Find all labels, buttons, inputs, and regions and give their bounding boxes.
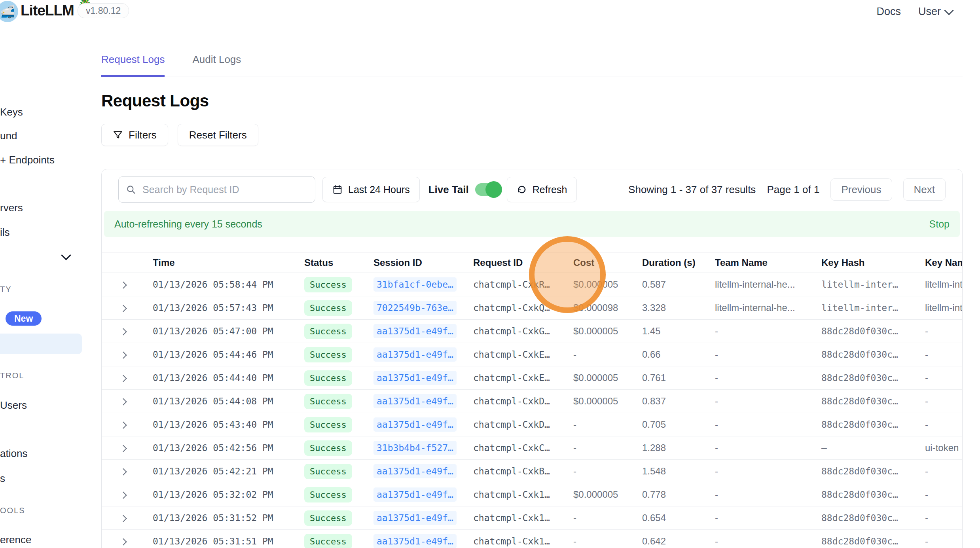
session-id-link[interactable]: aa1375d1-e49f… <box>373 511 457 525</box>
cell-team-name: - <box>715 506 821 530</box>
tab-request-logs[interactable]: Request Logs <box>101 53 165 77</box>
cell-duration: 0.837 <box>642 390 715 413</box>
row-expander-chevron-icon[interactable] <box>119 445 127 452</box>
cell-key-hash: 88dc28d0f030c… <box>821 506 925 530</box>
table-row[interactable]: 01/13/2026 05:47:00 PM Success aa1375d1-… <box>102 320 962 343</box>
table-row[interactable]: 01/13/2026 05:42:56 PM Success 31b3b4b4-… <box>102 436 962 460</box>
user-menu[interactable]: User <box>918 6 952 18</box>
auto-refresh-banner: Auto-refreshing every 15 seconds Stop <box>104 211 960 237</box>
row-expander-chevron-icon[interactable] <box>119 538 127 545</box>
table-row[interactable]: 01/13/2026 05:31:51 PM Success aa1375d1-… <box>102 530 962 548</box>
table-row[interactable]: 01/13/2026 05:57:43 PM Success 7022549b-… <box>102 296 962 320</box>
table-row[interactable]: 01/13/2026 05:44:40 PM Success aa1375d1-… <box>102 366 962 390</box>
cell-key-name: - <box>925 530 962 548</box>
docs-link[interactable]: Docs <box>876 6 901 18</box>
status-badge: Success <box>304 487 352 502</box>
sidebar-section-trol: TROL <box>0 371 24 380</box>
table-row[interactable]: 01/13/2026 05:43:40 PM Success aa1375d1-… <box>102 413 962 436</box>
cell-cost: $0.000005 <box>573 366 642 390</box>
filters-button[interactable]: Filters <box>101 124 168 146</box>
previous-page-button[interactable]: Previous <box>830 178 892 201</box>
session-id-link[interactable]: aa1375d1-e49f… <box>373 324 457 338</box>
session-id-link[interactable]: aa1375d1-e49f… <box>373 534 457 548</box>
session-id-link[interactable]: aa1375d1-e49f… <box>373 371 457 385</box>
search-box[interactable] <box>118 176 315 203</box>
sidebar-active-item[interactable] <box>0 334 82 354</box>
row-expander-chevron-icon[interactable] <box>119 515 127 522</box>
row-expander-chevron-icon[interactable] <box>119 468 127 475</box>
refresh-button-label: Refresh <box>533 184 567 195</box>
sidebar-item-endpoints[interactable]: + Endpoints <box>0 154 55 166</box>
table-row[interactable]: 01/13/2026 05:44:46 PM Success aa1375d1-… <box>102 343 962 366</box>
user-menu-label: User <box>918 6 941 18</box>
cell-key-hash: – <box>821 436 925 460</box>
row-expander-chevron-icon[interactable] <box>119 328 127 335</box>
stop-auto-refresh-link[interactable]: Stop <box>929 218 950 230</box>
cell-cost: - <box>573 506 642 530</box>
sidebar-item-ils[interactable]: ils <box>0 226 10 239</box>
cell-key-hash: litellm-inter… <box>821 273 925 296</box>
cell-key-hash: 88dc28d0f030c… <box>821 366 925 390</box>
sidebar-item-erence[interactable]: erence <box>0 534 32 546</box>
status-badge: Success <box>304 510 352 526</box>
status-badge: Success <box>304 347 352 362</box>
col-team-name: Team Name <box>715 253 821 273</box>
toggle-knob <box>485 181 502 198</box>
session-id-link[interactable]: 31b3b4b4-f527… <box>373 441 457 455</box>
table-row[interactable]: 01/13/2026 05:42:21 PM Success aa1375d1-… <box>102 460 962 483</box>
search-input[interactable] <box>142 184 308 196</box>
col-key-name: Key Name <box>925 253 962 273</box>
sidebar-item-ations[interactable]: ations <box>0 448 27 460</box>
cell-key-name: ui-token <box>925 436 962 460</box>
cell-request-id: chatcmpl-Cxk1… <box>473 506 573 530</box>
sidebar-nav: Keysund+ EndpointsrversilsTYNewTROLUsers… <box>0 23 84 548</box>
sidebar-item-und[interactable]: und <box>0 130 17 142</box>
cell-cost: - <box>573 343 642 366</box>
reset-filters-button[interactable]: Reset Filters <box>178 124 258 146</box>
cell-key-name: - <box>925 483 962 506</box>
sidebar-item-keys[interactable]: Keys <box>0 106 23 118</box>
cell-duration: 0.66 <box>642 343 715 366</box>
cell-key-name: litellm-int <box>925 273 962 296</box>
sidebar-collapse-chevron-icon[interactable] <box>61 250 71 260</box>
sidebar-item-rvers[interactable]: rvers <box>0 202 23 214</box>
request-logs-table: Time Status Session ID Request ID Cost D… <box>102 252 962 548</box>
calendar-icon <box>332 184 343 195</box>
session-id-link[interactable]: aa1375d1-e49f… <box>373 347 457 362</box>
row-expander-chevron-icon[interactable] <box>119 491 127 499</box>
row-expander-chevron-icon[interactable] <box>119 398 127 405</box>
session-id-link[interactable]: 31bfa1cf-0ebe… <box>373 277 457 292</box>
cell-duration: 1.288 <box>642 436 715 460</box>
sidebar-item-s[interactable]: s <box>0 472 5 485</box>
row-expander-chevron-icon[interactable] <box>119 305 127 312</box>
auto-refresh-text: Auto-refreshing every 15 seconds <box>114 218 262 230</box>
session-id-link[interactable]: aa1375d1-e49f… <box>373 394 457 408</box>
cell-key-hash: 88dc28d0f030c… <box>821 320 925 343</box>
table-row[interactable]: 01/13/2026 05:44:08 PM Success aa1375d1-… <box>102 390 962 413</box>
row-expander-chevron-icon[interactable] <box>119 421 127 429</box>
live-tail-toggle[interactable] <box>475 183 500 196</box>
table-row[interactable]: 01/13/2026 05:32:02 PM Success aa1375d1-… <box>102 483 962 506</box>
row-expander-chevron-icon[interactable] <box>119 351 127 358</box>
cell-request-id: chatcmpl-CxkE… <box>473 366 573 390</box>
status-badge: Success <box>304 417 352 432</box>
cell-request-id: chatcmpl-CxkD… <box>473 390 573 413</box>
session-id-link[interactable]: 7022549b-763e… <box>373 301 457 315</box>
cell-time: 01/13/2026 05:44:08 PM <box>153 390 304 413</box>
row-expander-chevron-icon[interactable] <box>119 375 127 382</box>
cell-time: 01/13/2026 05:42:21 PM <box>153 460 304 483</box>
cell-team-name: - <box>715 483 821 506</box>
status-badge: Success <box>304 370 352 386</box>
sidebar-item-users[interactable]: Users <box>0 399 27 411</box>
row-expander-chevron-icon[interactable] <box>119 281 127 288</box>
tab-audit-logs[interactable]: Audit Logs <box>192 53 241 76</box>
time-range-button[interactable]: Last 24 Hours <box>322 177 420 202</box>
session-id-link[interactable]: aa1375d1-e49f… <box>373 464 457 478</box>
cell-key-hash: litellm-inter… <box>821 296 925 320</box>
refresh-button[interactable]: Refresh <box>507 177 577 202</box>
time-range-label: Last 24 Hours <box>348 184 410 195</box>
table-row[interactable]: 01/13/2026 05:31:52 PM Success aa1375d1-… <box>102 506 962 530</box>
session-id-link[interactable]: aa1375d1-e49f… <box>373 417 457 432</box>
next-page-button[interactable]: Next <box>903 178 946 201</box>
session-id-link[interactable]: aa1375d1-e49f… <box>373 487 457 502</box>
